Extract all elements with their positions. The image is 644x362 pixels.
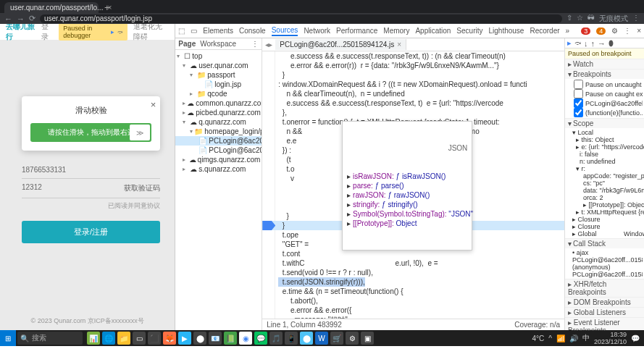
app-icon[interactable]: ▭	[133, 332, 146, 345]
tab-console[interactable]: Console	[239, 27, 266, 35]
breakpoint-item[interactable]: PCLogin@6ac20ffeb250158...	[572, 98, 643, 108]
menu-icon[interactable]: ⋮	[632, 14, 640, 24]
nav-page[interactable]: Page	[178, 40, 196, 48]
weather[interactable]: 4°C	[532, 334, 544, 342]
tree-item[interactable]: ▾📁 homepage_login/prd/script	[175, 127, 262, 136]
section-header[interactable]: ▸ Global Listeners	[565, 308, 644, 317]
inspect-icon[interactable]: ⬚	[178, 27, 185, 35]
back-icon[interactable]: ←	[4, 14, 12, 23]
app-icon[interactable]: 🎵	[269, 332, 283, 345]
nav-workspace[interactable]: Workspace	[200, 40, 236, 48]
wifi-icon[interactable]: 📶	[556, 334, 565, 342]
nav-access[interactable]: 退老化无障碍	[133, 24, 169, 42]
tab-sources[interactable]: Sources	[272, 26, 298, 36]
wechat-icon[interactable]: 💬	[254, 332, 267, 345]
app-icon[interactable]: 📊	[87, 332, 100, 345]
reload-icon[interactable]: ⟳	[29, 14, 35, 23]
app-icon[interactable]: W	[315, 332, 328, 345]
code-editor[interactable]: JSON ▸ isRawJSON: ƒ isRawJSON()▸ parse: …	[262, 51, 564, 319]
device-icon[interactable]: ▭	[191, 27, 197, 35]
tab-performance[interactable]: Performance	[336, 27, 377, 35]
resume-icon[interactable]: ▸	[567, 38, 572, 48]
app-icon[interactable]: 🌐	[102, 332, 115, 345]
tree-item[interactable]: ▾📁 passport	[175, 70, 262, 80]
tree-item[interactable]: 📄 PCLogin@6ac20ffeb2501...	[175, 146, 262, 155]
taskbar-search[interactable]: 🔍 搜索	[17, 332, 83, 345]
login-button[interactable]: 登录/注册	[22, 221, 160, 243]
tab-security[interactable]: Security	[456, 27, 482, 35]
step-into-icon[interactable]: ↓	[584, 39, 588, 48]
volume-icon[interactable]: 🔊	[569, 334, 578, 342]
error-count[interactable]: 3	[581, 28, 590, 35]
tree-item[interactable]: ▸☁ common.qunarzz.com	[175, 98, 262, 108]
tree-item[interactable]: ▾☐ top	[175, 51, 262, 61]
menu-icon[interactable]: ⋮	[624, 27, 631, 35]
site-logo[interactable]: 去哪儿旅行	[6, 24, 35, 42]
breakpoint-item[interactable]: Pause on uncaught exceptions	[572, 80, 643, 89]
chrome-icon[interactable]: ◉	[239, 332, 252, 345]
watch-header[interactable]: ▸ Watch	[565, 59, 644, 69]
tree-item[interactable]: 📄 login.jsp	[175, 80, 262, 89]
slider-track[interactable]: 请按住滑块，拖动到最右边 ≫	[30, 123, 151, 142]
breakpoint-item[interactable]: Pause on caught exceptions	[572, 89, 643, 98]
resume-icon[interactable]: ▸	[111, 28, 114, 35]
settings-icon[interactable]: ⚙	[346, 332, 359, 345]
tab-application[interactable]: Application	[415, 27, 451, 35]
tree-item[interactable]: 📄 PCLogin@6ac20ffeb2501...	[175, 136, 262, 146]
close-icon[interactable]: ×	[151, 99, 156, 110]
forward-icon[interactable]: →	[17, 14, 25, 23]
app-icon[interactable]: ⬤	[193, 332, 206, 345]
tab-network[interactable]: Network	[304, 27, 330, 35]
slider-handle[interactable]: ≫	[130, 125, 150, 140]
tree-item[interactable]: ▸☁ picbed.qunarzz.com	[175, 108, 262, 117]
gear-icon[interactable]: ⚙	[611, 27, 618, 35]
breakpoint-item[interactable]: (function(e){functio...	[572, 108, 643, 117]
app-icon[interactable]: 🦊	[163, 332, 176, 345]
app-icon[interactable]: ⬤	[300, 332, 313, 345]
close-icon[interactable]: ×	[637, 27, 641, 35]
phone-field[interactable]: 18766533131	[22, 161, 160, 179]
new-tab-button[interactable]: +	[100, 2, 114, 13]
code-tab[interactable]: PCLogin@6ac20f...25015894124.js ×	[275, 39, 406, 50]
app-icon[interactable]: 📧	[209, 332, 222, 345]
app-icon[interactable]: ⬛	[148, 332, 161, 345]
app-icon[interactable]: 📱	[285, 332, 298, 345]
app-icon[interactable]: 📗	[224, 332, 237, 345]
tab-recorder[interactable]: Recorder	[530, 27, 559, 35]
notifications-icon[interactable]: 💬	[631, 334, 640, 342]
callstack-header[interactable]: ▾ Call Stack	[565, 239, 644, 248]
more-icon[interactable]: »	[566, 27, 570, 35]
prev-file-icon[interactable]: ◂▸	[262, 41, 275, 49]
step-over-icon[interactable]: ⤼	[574, 38, 581, 48]
share-icon[interactable]: ⇧	[566, 14, 572, 24]
ime-icon[interactable]: 中	[582, 333, 590, 343]
app-icon[interactable]: 📁	[117, 332, 130, 345]
tree-item[interactable]: ▸📁 qcode	[175, 89, 262, 98]
deactivate-bp-icon[interactable]: ⬮	[609, 38, 614, 48]
step-icon[interactable]: →	[598, 39, 606, 48]
tree-item[interactable]: ▸☁ qimgs.qunarzz.com	[175, 155, 262, 164]
clock[interactable]: 18:39 2023/12/10	[594, 331, 627, 345]
tree-item[interactable]: ▾☁ q.qunarzz.com	[175, 117, 262, 127]
close-icon[interactable]: ×	[397, 41, 401, 49]
section-header[interactable]: ▸ Event Listener Breakpoints	[565, 318, 644, 330]
nav-login[interactable]: 登录	[41, 24, 53, 42]
tray-icon[interactable]: ^	[548, 334, 552, 342]
section-header[interactable]: ▸ DOM Breakpoints	[565, 298, 644, 307]
captcha-field[interactable]: 12312 获取验证码	[22, 179, 160, 198]
tree-item[interactable]: ▾☁ user.qunar.com	[175, 61, 262, 70]
scope-header[interactable]: ▾ Scope	[565, 119, 644, 128]
breakpoints-header[interactable]: ▾ Breakpoints	[565, 70, 644, 79]
more-icon[interactable]: ⋮	[251, 40, 259, 48]
app-icon[interactable]: ▶	[178, 332, 191, 345]
terminal-icon[interactable]: ▣	[361, 332, 374, 345]
browser-tab[interactable]: user.qunar.com/passport/lo... ×	[4, 2, 99, 13]
section-header[interactable]: ▸ XHR/fetch Breakpoints	[565, 279, 644, 297]
app-icon[interactable]: 🛒	[330, 332, 343, 345]
start-button[interactable]: ⊞	[0, 330, 16, 346]
warn-count[interactable]: 4	[596, 28, 606, 35]
get-code-link[interactable]: 获取验证码	[124, 183, 160, 193]
step-icon[interactable]: ⤼	[117, 28, 123, 35]
tab-elements[interactable]: Elements	[203, 27, 233, 35]
tab-lighthouse[interactable]: Lighthouse	[488, 27, 524, 35]
